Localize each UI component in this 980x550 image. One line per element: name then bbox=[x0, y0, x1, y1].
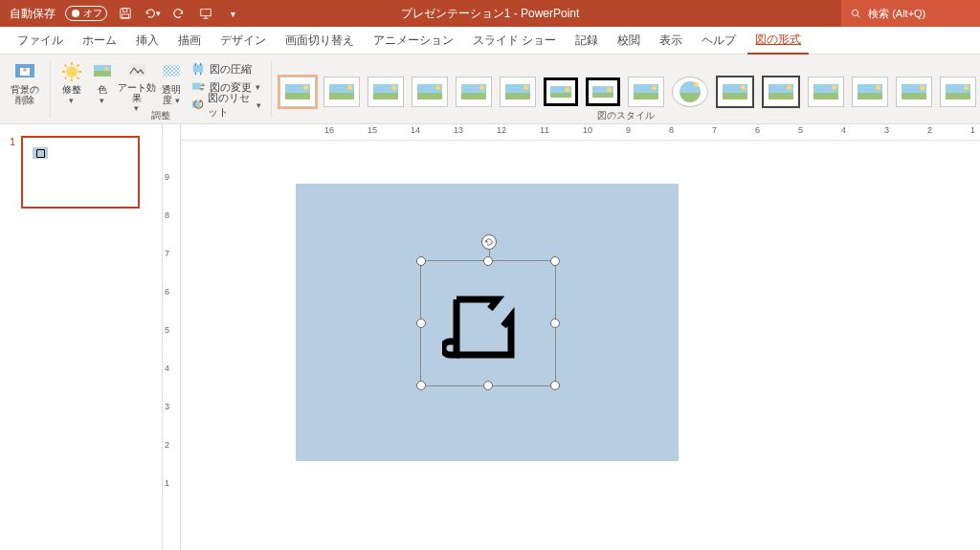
ribbon-tabs: ファイル ホーム 挿入 描画 デザイン 画面切り替え アニメーション スライド … bbox=[0, 27, 980, 55]
group-label-adjust: 調整 bbox=[51, 109, 271, 122]
tab-home[interactable]: ホーム bbox=[75, 28, 124, 54]
search-input[interactable] bbox=[866, 7, 970, 20]
tab-file[interactable]: ファイル bbox=[10, 28, 71, 54]
present-from-start-icon[interactable] bbox=[197, 5, 214, 22]
svg-point-11 bbox=[104, 67, 108, 71]
tab-design[interactable]: デザイン bbox=[212, 28, 274, 54]
corrections-button[interactable]: 修整▾ bbox=[56, 56, 87, 113]
selected-picture[interactable] bbox=[420, 260, 556, 386]
tab-insert[interactable]: 挿入 bbox=[128, 28, 167, 54]
resize-handle-tr[interactable] bbox=[550, 256, 560, 266]
redo-icon[interactable] bbox=[170, 5, 188, 22]
tab-transitions[interactable]: 画面切り替え bbox=[278, 28, 362, 54]
slide-thumbnail-1[interactable] bbox=[21, 136, 140, 209]
svg-rect-1 bbox=[122, 9, 126, 12]
svg-rect-14 bbox=[163, 65, 180, 77]
resize-handle-bm[interactable] bbox=[483, 381, 493, 390]
picture-styles-gallery[interactable]: 図のスタイル bbox=[272, 55, 980, 123]
picture-style-4[interactable] bbox=[412, 77, 448, 107]
picture-style-9[interactable] bbox=[628, 77, 664, 107]
group-label-styles: 図のスタイル bbox=[272, 109, 980, 122]
vertical-ruler: 9 8 7 6 5 4 3 2 1 bbox=[163, 124, 181, 550]
picture-style-1[interactable] bbox=[279, 77, 316, 107]
picture-style-10[interactable] bbox=[672, 77, 708, 107]
tab-picture-format[interactable]: 図の形式 bbox=[747, 27, 809, 55]
color-icon bbox=[90, 59, 115, 84]
transparency-button[interactable]: 透明 度 ▾ bbox=[156, 56, 187, 113]
svg-rect-3 bbox=[201, 10, 212, 16]
autosave-state: オフ bbox=[83, 7, 102, 20]
tab-review[interactable]: 校閲 bbox=[610, 28, 648, 54]
svg-point-4 bbox=[852, 10, 858, 15]
search-box[interactable] bbox=[841, 0, 980, 27]
resize-handle-br[interactable] bbox=[550, 381, 560, 390]
slide-canvas[interactable] bbox=[181, 141, 980, 550]
resize-handle-bl[interactable] bbox=[416, 381, 426, 390]
svg-rect-10 bbox=[94, 71, 111, 77]
svg-rect-17 bbox=[193, 65, 204, 73]
remove-bg-button[interactable]: 背景の 削除 bbox=[6, 56, 44, 113]
thumbnail-content-icon bbox=[33, 147, 48, 159]
resize-handle-tl[interactable] bbox=[416, 256, 426, 266]
resize-handle-mr[interactable] bbox=[550, 319, 560, 328]
picture-style-5[interactable] bbox=[456, 77, 492, 107]
group-adjust: 修整▾ 色▾ アート効果▾ 透明 度 ▾ 図の圧縮 bbox=[51, 55, 271, 123]
tab-record[interactable]: 記録 bbox=[568, 28, 606, 54]
slide-editor: 9 8 7 6 5 4 3 2 1 16 15 14 13 12 11 10 9… bbox=[163, 124, 980, 550]
remove-bg-icon bbox=[12, 59, 37, 84]
picture-style-3[interactable] bbox=[368, 77, 404, 107]
corrections-icon bbox=[59, 59, 84, 84]
save-icon[interactable] bbox=[117, 5, 134, 22]
tab-draw[interactable]: 描画 bbox=[170, 28, 209, 54]
search-icon bbox=[851, 8, 860, 19]
resize-handle-tm[interactable] bbox=[483, 256, 493, 266]
svg-rect-19 bbox=[192, 101, 201, 108]
ribbon: 背景の 削除 修整▾ 色▾ アート効果▾ 透明 度 ▾ bbox=[0, 55, 980, 124]
group-remove-bg: 背景の 削除 bbox=[0, 55, 50, 123]
svg-rect-18 bbox=[192, 83, 201, 90]
autosave-label: 自動保存 bbox=[10, 6, 56, 22]
picture-style-16[interactable] bbox=[940, 77, 976, 107]
change-picture-icon bbox=[190, 79, 206, 95]
tab-animations[interactable]: アニメーション bbox=[366, 28, 461, 54]
rotate-handle[interactable] bbox=[481, 234, 497, 250]
slide-thumbnails-pane[interactable]: 1 bbox=[0, 124, 163, 550]
picture-style-15[interactable] bbox=[896, 77, 932, 107]
picture-style-8[interactable] bbox=[586, 77, 620, 106]
compress-pictures-button[interactable]: 図の圧縮 bbox=[187, 60, 265, 77]
picture-style-13[interactable] bbox=[808, 77, 844, 107]
svg-rect-12 bbox=[128, 64, 145, 76]
artistic-effects-button[interactable]: アート効果▾ bbox=[118, 56, 156, 113]
tab-slideshow[interactable]: スライド ショー bbox=[465, 28, 564, 54]
picture-style-6[interactable] bbox=[500, 77, 536, 107]
scroll-shape-icon bbox=[442, 288, 528, 367]
picture-style-14[interactable] bbox=[852, 77, 888, 107]
transparency-icon bbox=[159, 59, 184, 84]
picture-style-12[interactable] bbox=[762, 76, 800, 108]
qat-customize-icon[interactable]: ▾ bbox=[224, 5, 241, 22]
window-title: プレゼンテーション1 - PowerPoint bbox=[401, 6, 580, 22]
slide-number: 1 bbox=[10, 136, 15, 209]
color-button[interactable]: 色▾ bbox=[87, 56, 118, 113]
picture-style-7[interactable] bbox=[544, 77, 578, 106]
svg-point-8 bbox=[66, 66, 78, 77]
title-bar: 自動保存 オフ ▾ ▾ プレゼンテーション1 - PowerPoint bbox=[0, 0, 980, 27]
artistic-effects-icon bbox=[124, 59, 149, 82]
resize-handle-ml[interactable] bbox=[416, 319, 426, 328]
workspace: 1 9 8 7 6 5 4 3 2 1 16 15 14 13 12 11 bbox=[0, 124, 980, 550]
picture-style-11[interactable] bbox=[716, 76, 754, 108]
autosave-toggle[interactable]: オフ bbox=[65, 6, 107, 21]
horizontal-ruler: 16 15 14 13 12 11 10 9 8 7 6 5 4 3 2 1 bbox=[181, 124, 980, 141]
svg-point-7 bbox=[23, 68, 27, 72]
picture-style-2[interactable] bbox=[323, 77, 360, 107]
undo-icon[interactable]: ▾ bbox=[144, 5, 161, 22]
tab-view[interactable]: 表示 bbox=[652, 28, 690, 54]
compress-icon bbox=[190, 61, 206, 77]
tab-help[interactable]: ヘルプ bbox=[694, 28, 744, 54]
svg-rect-2 bbox=[122, 14, 129, 18]
